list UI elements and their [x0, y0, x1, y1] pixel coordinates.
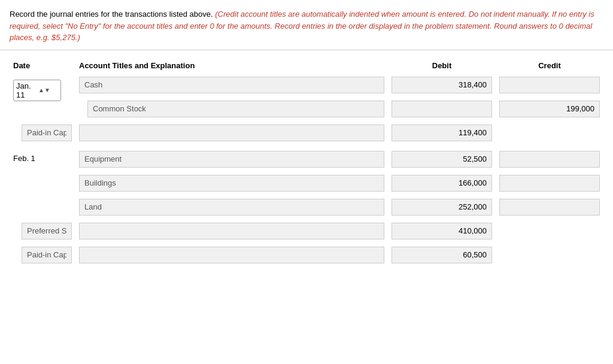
- table-row: Jan. 11▲▼: [10, 75, 603, 95]
- debit-cell: [75, 123, 388, 143]
- credit-input[interactable]: [499, 101, 600, 117]
- account-title-cell: [75, 149, 388, 169]
- instructions-block: Record the journal entries for the trans…: [0, 0, 613, 50]
- credit-cell: [388, 245, 496, 265]
- credit-cell: [496, 197, 603, 217]
- header-date: Date: [10, 56, 75, 75]
- credit-input[interactable]: [392, 247, 492, 263]
- journal-table-container: Date Account Titles and Explanation Debi…: [0, 50, 613, 271]
- credit-input[interactable]: [499, 175, 600, 192]
- header-debit: Debit: [388, 56, 496, 75]
- debit-input[interactable]: [79, 247, 384, 263]
- header-credit: Credit: [496, 56, 603, 75]
- group-spacer: [10, 143, 603, 149]
- debit-cell: [388, 99, 496, 119]
- credit-input[interactable]: [392, 125, 492, 141]
- account-title-cell: [75, 197, 388, 217]
- credit-cell: [496, 149, 603, 169]
- table-row: [10, 99, 603, 119]
- account-title-cell: [10, 245, 75, 265]
- table-row: [10, 197, 603, 217]
- account-title-cell: [75, 173, 388, 193]
- credit-input[interactable]: [499, 151, 600, 168]
- date-cell: Feb. 1: [10, 149, 75, 217]
- debit-input[interactable]: [79, 125, 384, 141]
- chevron-down-icon: ▲▼: [38, 87, 58, 93]
- account-title-cell: [75, 75, 388, 95]
- account-title-input[interactable]: [22, 125, 72, 141]
- instructions-normal: Record the journal entries for the trans…: [10, 10, 215, 19]
- account-title-cell: [75, 99, 388, 119]
- debit-cell: [388, 149, 496, 169]
- account-title-input[interactable]: [22, 223, 72, 239]
- date-selector[interactable]: Jan. 11▲▼: [13, 80, 61, 101]
- account-title-input[interactable]: [79, 199, 384, 216]
- debit-cell: [75, 221, 388, 241]
- credit-input[interactable]: [499, 77, 600, 93]
- table-row: [10, 173, 603, 193]
- account-title-input[interactable]: [79, 175, 384, 192]
- debit-input[interactable]: [392, 101, 492, 117]
- table-row: [10, 245, 603, 265]
- header-account: Account Titles and Explanation: [75, 56, 388, 75]
- credit-cell: [388, 123, 496, 143]
- account-title-input[interactable]: [79, 77, 384, 93]
- debit-input[interactable]: [79, 223, 384, 239]
- date-label: Feb. 1: [13, 154, 35, 163]
- credit-cell: [388, 221, 496, 241]
- credit-cell: [496, 99, 603, 119]
- debit-cell: [388, 173, 496, 193]
- credit-input[interactable]: [392, 223, 492, 239]
- journal-table: Date Account Titles and Explanation Debi…: [10, 56, 603, 265]
- credit-input[interactable]: [499, 199, 600, 216]
- account-title-input[interactable]: [87, 101, 384, 117]
- date-cell: Jan. 11▲▼: [10, 75, 75, 119]
- debit-input[interactable]: [392, 175, 492, 192]
- debit-cell: [388, 75, 496, 95]
- table-row: [10, 123, 603, 143]
- debit-input[interactable]: [392, 151, 492, 168]
- credit-cell: [496, 173, 603, 193]
- table-row: Feb. 1: [10, 149, 603, 169]
- debit-cell: [388, 197, 496, 217]
- account-title-input[interactable]: [22, 247, 72, 263]
- debit-input[interactable]: [392, 77, 492, 93]
- account-title-cell: [10, 221, 75, 241]
- debit-cell: [75, 245, 388, 265]
- table-row: [10, 221, 603, 241]
- account-title-input[interactable]: [79, 151, 384, 168]
- date-selector-label: Jan. 11: [16, 81, 36, 99]
- credit-cell: [496, 75, 603, 95]
- account-title-cell: [10, 123, 75, 143]
- debit-input[interactable]: [392, 199, 492, 216]
